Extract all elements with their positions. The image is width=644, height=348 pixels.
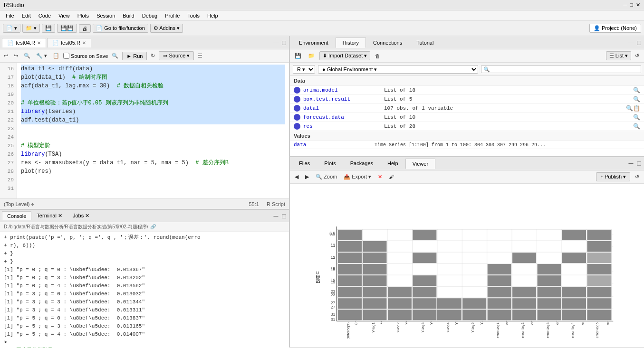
console-tab-terminal[interactable]: Terminal ✕ [31,211,67,221]
user-icon: 👤 [594,25,600,31]
source-on-save-checkbox[interactable] [63,53,69,59]
find-btn[interactable]: 🔍 [22,52,32,60]
save-btn[interactable]: 💾 [42,24,55,33]
source-btn[interactable]: ⇒ Source ▾ [159,51,194,60]
code-area[interactable]: 16 17 18 19 20 21 22 23 24 25 26 27 28 2… [0,63,289,198]
env-tab-environment[interactable]: Environment [292,38,336,48]
minimize-viewer-btn[interactable]: ─ [628,160,634,167]
run-btn[interactable]: ► Run [122,52,147,60]
print-btn[interactable]: 🖨 [79,24,91,33]
menu-build[interactable]: Build [119,12,138,19]
console-line-7: [1] "p = 0 ; q = 4 : \u8bef\u5dee: 0.013… [4,282,285,290]
save-all-btn[interactable]: 💾💾 [57,24,77,33]
console-tab-console[interactable]: Console [2,211,31,220]
source-on-save-label[interactable]: Source on Save [63,53,108,59]
env-row-forecast[interactable]: forecast.data List of 10 🔍 [290,113,644,122]
publish-btn[interactable]: ↑ Publish ▾ [596,172,630,181]
compile-btn[interactable]: 📋 [51,52,61,60]
env-tab-connections[interactable]: Connections [366,38,409,48]
code-tools-btn[interactable]: 🔧 ▾ [34,52,49,60]
refresh-viewer-btn[interactable]: ↺ [633,173,641,181]
undo-btn[interactable]: ↩ [2,52,10,60]
box-search-btn[interactable]: 🔍 [633,96,640,103]
menu-code[interactable]: Code [35,12,55,19]
export-btn[interactable]: 📤 Export ▾ [342,173,373,181]
back-btn[interactable]: ◀ [293,173,300,181]
viewer-panel-controls: ─ □ [628,160,642,167]
maximize-viewer-btn[interactable]: □ [636,160,642,167]
env-row-arima[interactable]: arima.model List of 18 🔍 [290,86,644,95]
env-row-data-ts[interactable]: data Time-Series [1:100] from 1 to 100: … [290,141,644,149]
zoom-btn[interactable]: 🔍 Zoom [314,173,339,181]
addins-btn[interactable]: ⚙ Addins ▾ [150,24,183,33]
clear-history-btn[interactable]: 🗑 [373,52,382,60]
maximize-env-btn[interactable]: □ [636,39,642,47]
menu-session[interactable]: Session [93,12,119,19]
viewer-tab-plots[interactable]: Plots [317,158,343,169]
goto-file-btn[interactable]: 📄 Go to file/function [93,24,148,33]
minimize-btn[interactable]: ─ [624,2,627,8]
env-row-res[interactable]: res List of 28 🔍 [290,122,644,131]
load-history-btn[interactable]: 📁 [306,52,317,60]
brush-btn[interactable]: 🖌 [387,173,396,180]
window-controls[interactable]: ─ □ ✕ [624,2,640,8]
source-tab-test05[interactable]: 📄 test05.R ✕ [47,38,91,47]
import-dataset-btn[interactable]: ⬇ Import Dataset ▾ [319,51,370,60]
project-display[interactable]: 👤 Project: (None) [589,24,641,33]
data1-table-btn[interactable]: 📋 [633,105,640,112]
list-view-btn[interactable]: ☰ List ▾ [606,51,631,60]
viewer-tab-files[interactable]: Files [292,158,317,169]
data1-search-btn[interactable]: 🔍 [626,105,633,112]
console-tab-jobs[interactable]: Jobs ✕ [67,211,95,221]
svg-rect-109 [437,310,461,320]
minimize-source-btn[interactable]: ─ [273,39,279,47]
rerun-btn[interactable]: ↻ [149,52,157,60]
save-history-btn[interactable]: 💾 [293,52,303,60]
code-content[interactable]: data_t1 <- diff(data) plot(data_t1) # 绘制… [17,63,289,198]
svg-rect-74 [338,264,362,274]
minimize-env-btn[interactable]: ─ [628,39,634,47]
new-file-btn[interactable]: 📄 ▾ [3,24,20,33]
minimize-console-btn[interactable]: ─ [273,212,279,220]
maximize-console-btn[interactable]: □ [281,212,287,220]
maximize-source-btn[interactable]: □ [281,39,287,47]
search-btn[interactable]: 🔍 [110,52,120,60]
refresh-env-btn[interactable]: ↺ [633,52,641,60]
menu-edit[interactable]: Edit [18,12,35,19]
source-tab-test04[interactable]: 📄 test04.R ✕ [2,38,46,47]
delete-btn[interactable]: ✕ [376,173,384,181]
viewer-tab-viewer[interactable]: Viewer [405,159,435,169]
res-search-btn[interactable]: 🔍 [633,123,640,130]
svg-rect-112 [512,310,536,320]
env-tab-tutorial[interactable]: Tutorial [409,38,441,48]
menu-debug[interactable]: Debug [138,12,161,19]
forward-btn[interactable]: ▶ [303,173,311,181]
redo-btn[interactable]: ↪ [12,52,20,60]
menu-profile[interactable]: Profile [161,12,183,19]
env-tab-history[interactable]: History [336,38,366,48]
open-file-btn[interactable]: 📁 ▾ [22,24,40,33]
source-menu-btn[interactable]: ☰ [196,52,204,60]
viewer-tab-help[interactable]: Help [380,158,405,169]
menu-tools[interactable]: Tools [183,12,203,19]
close-tab-test05[interactable]: ✕ [82,40,86,46]
env-search-input[interactable] [481,66,641,73]
arima-search-btn[interactable]: 🔍 [633,87,640,94]
maximize-btn[interactable]: □ [630,2,633,8]
menu-plots[interactable]: Plots [74,12,93,19]
close-tab-test04[interactable]: ✕ [37,40,41,46]
env-row-data1[interactable]: data1 107 obs. of 1 variable 🔍 📋 [290,104,644,113]
arima-name: arima.model [303,87,384,93]
console-content[interactable]: + print(paste('p =', p, '; q =', q , '；误… [0,232,289,348]
r-engine-select[interactable]: R ▾ [293,65,315,74]
forecast-search-btn[interactable]: 🔍 [633,114,640,121]
menu-help[interactable]: Help [203,12,222,19]
menu-file[interactable]: File [2,12,18,19]
close-btn[interactable]: ✕ [636,2,640,8]
line-num-18: 18 [0,82,17,90]
env-row-box[interactable]: box.test.result List of 5 🔍 [290,95,644,104]
svg-rect-77 [538,264,561,274]
global-env-select[interactable]: ● Global Environment ▾ [318,65,478,74]
menu-view[interactable]: View [55,12,74,19]
viewer-tab-packages[interactable]: Packages [343,158,380,169]
